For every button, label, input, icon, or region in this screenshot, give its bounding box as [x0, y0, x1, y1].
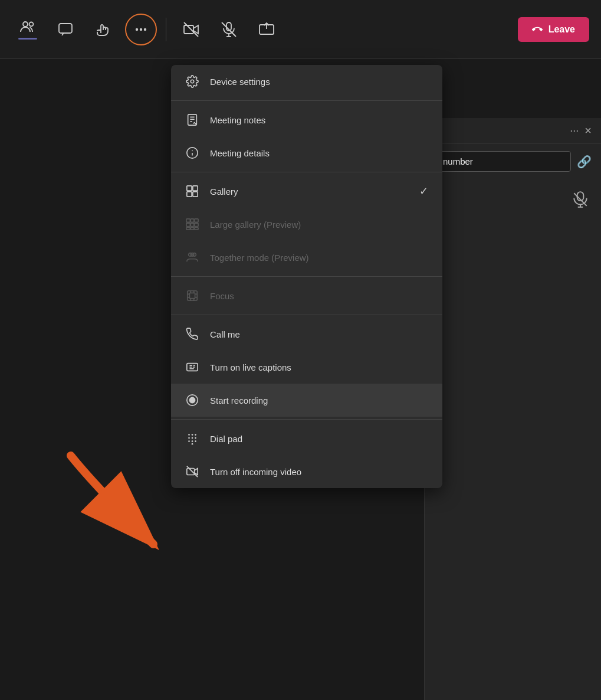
mute-area: [425, 179, 601, 220]
captions-icon: [185, 360, 199, 374]
svg-point-0: [23, 22, 28, 27]
notes-icon: [185, 113, 199, 127]
menu-item-call-me[interactable]: Call me: [171, 318, 442, 351]
menu-label-start-recording: Start recording: [210, 395, 268, 405]
chat-button[interactable]: [50, 14, 81, 45]
menu-item-together-mode: Together mode (Preview): [171, 241, 442, 274]
svg-point-4: [140, 28, 142, 30]
gallery-icon: [185, 184, 199, 198]
menu-label-device-settings: Device settings: [210, 77, 270, 87]
svg-point-59: [188, 437, 190, 439]
svg-point-55: [189, 397, 195, 403]
menu-item-start-recording[interactable]: Start recording: [171, 384, 442, 417]
svg-line-7: [184, 22, 198, 37]
menu-label-turn-off-video: Turn off incoming video: [210, 467, 301, 477]
together-mode-icon: [185, 250, 199, 264]
menu-label-dial-pad: Dial pad: [210, 434, 242, 444]
svg-rect-2: [59, 24, 72, 33]
number-input[interactable]: number: [434, 151, 571, 172]
share-button[interactable]: [251, 14, 283, 45]
svg-point-40: [191, 253, 194, 257]
svg-rect-51: [187, 364, 198, 371]
right-panel: ··· × number 🔗: [424, 118, 601, 700]
more-options-menu: Device settings Meeting notes Meeting de…: [171, 65, 442, 488]
svg-rect-36: [191, 228, 194, 230]
svg-rect-33: [191, 223, 194, 227]
svg-point-1: [29, 22, 34, 27]
svg-point-63: [192, 440, 193, 442]
gear-icon: [185, 74, 199, 89]
number-area: number 🔗: [425, 144, 601, 179]
menu-item-meeting-details[interactable]: Meeting details: [171, 136, 442, 169]
svg-rect-25: [187, 186, 192, 191]
menu-item-focus: Focus: [171, 279, 442, 312]
svg-rect-34: [195, 223, 198, 227]
svg-point-5: [144, 28, 146, 30]
svg-point-61: [195, 437, 196, 439]
mute-icon: [572, 191, 589, 208]
menu-label-focus: Focus: [210, 291, 234, 301]
menu-label-call-me: Call me: [210, 329, 240, 339]
gallery-check: ✓: [419, 185, 428, 198]
menu-label-live-captions: Turn on live captions: [210, 362, 291, 372]
leave-button[interactable]: Leave: [518, 17, 589, 42]
info-icon: [185, 146, 199, 160]
dialpad-icon: [185, 431, 199, 446]
menu-divider-5: [171, 419, 442, 420]
svg-line-16: [574, 193, 586, 205]
svg-rect-27: [187, 192, 192, 197]
menu-item-turn-off-video[interactable]: Turn off incoming video: [171, 455, 442, 488]
svg-rect-35: [186, 228, 190, 230]
svg-point-17: [191, 80, 194, 83]
menu-label-meeting-notes: Meeting notes: [210, 115, 265, 125]
menu-divider-3: [171, 276, 442, 277]
mic-button[interactable]: [213, 14, 245, 45]
svg-rect-26: [193, 186, 198, 191]
leave-label: Leave: [549, 24, 575, 35]
menu-label-together-mode: Together mode (Preview): [210, 253, 309, 263]
svg-rect-29: [186, 219, 190, 223]
panel-close-button[interactable]: ×: [584, 124, 592, 138]
toolbar: Leave: [0, 0, 601, 59]
svg-point-3: [136, 28, 138, 30]
svg-rect-28: [193, 192, 198, 197]
phone-icon: [532, 24, 543, 35]
menu-item-gallery[interactable]: Gallery ✓: [171, 175, 442, 208]
focus-icon: [185, 289, 199, 303]
svg-point-62: [188, 440, 190, 442]
menu-item-live-captions[interactable]: Turn on live captions: [171, 351, 442, 384]
menu-divider-4: [171, 315, 442, 315]
record-icon: [185, 393, 199, 407]
svg-point-65: [192, 443, 193, 445]
people-button[interactable]: [12, 14, 44, 45]
svg-line-67: [187, 466, 198, 477]
menu-divider-1: [171, 100, 442, 101]
menu-label-large-gallery: Large gallery (Preview): [210, 220, 301, 230]
toolbar-divider: [166, 18, 166, 41]
menu-item-meeting-notes[interactable]: Meeting notes: [171, 103, 442, 136]
svg-rect-31: [195, 219, 198, 223]
menu-item-dial-pad[interactable]: Dial pad: [171, 422, 442, 455]
svg-rect-41: [188, 291, 198, 301]
svg-rect-37: [195, 228, 198, 230]
svg-rect-30: [191, 219, 194, 223]
menu-item-large-gallery: Large gallery (Preview): [171, 208, 442, 241]
menu-item-device-settings[interactable]: Device settings: [171, 65, 442, 98]
svg-rect-42: [189, 293, 195, 298]
svg-point-58: [195, 434, 196, 436]
large-gallery-icon: [185, 217, 199, 231]
phone-call-icon: [185, 327, 199, 341]
svg-point-64: [195, 440, 196, 442]
panel-header: ··· ×: [425, 118, 601, 144]
panel-more-button[interactable]: ···: [570, 125, 579, 137]
raise-hand-button[interactable]: [87, 14, 119, 45]
menu-label-gallery: Gallery: [210, 187, 238, 197]
menu-label-meeting-details: Meeting details: [210, 148, 270, 158]
more-options-button[interactable]: [125, 14, 157, 45]
video-off-icon: [185, 465, 199, 479]
svg-point-60: [192, 437, 193, 439]
link-icon: 🔗: [577, 155, 592, 169]
menu-divider-2: [171, 172, 442, 172]
video-button[interactable]: [175, 14, 207, 45]
svg-point-56: [188, 434, 190, 436]
